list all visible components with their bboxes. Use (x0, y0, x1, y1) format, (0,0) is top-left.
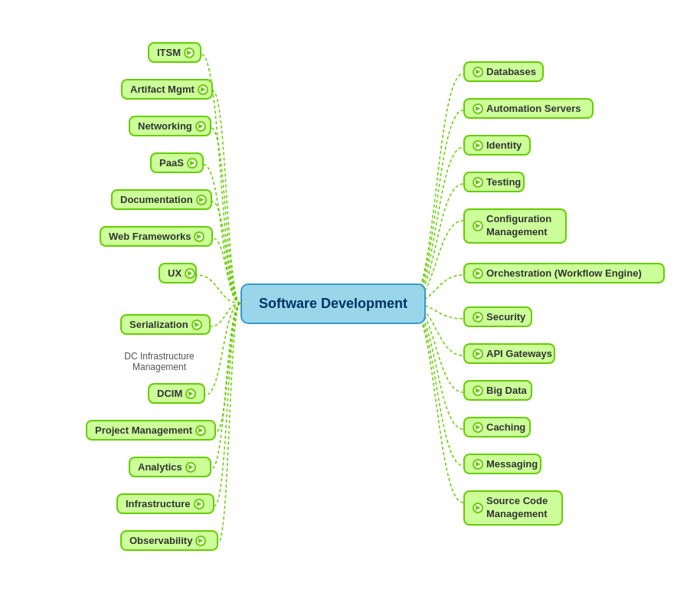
node-label-apigateways: API Gateways (486, 348, 552, 359)
expand-icon-ux[interactable]: ▶ (185, 268, 195, 279)
node-networking[interactable]: Networking▶ (129, 116, 211, 136)
node-label-identity: Identity (486, 139, 522, 151)
node-serialization[interactable]: Serialization▶ (120, 314, 211, 335)
expand-icon-testing[interactable]: ▶ (473, 177, 483, 188)
node-infrastructure[interactable]: Infrastructure▶ (116, 493, 214, 514)
node-label-dcim: DCIM (157, 388, 182, 399)
node-label-paas: PaaS (159, 157, 184, 169)
node-itsm[interactable]: ITSM▶ (148, 42, 201, 63)
node-documentation[interactable]: Documentation▶ (111, 189, 212, 210)
expand-icon-paas[interactable]: ▶ (187, 158, 198, 169)
expand-icon-projectmgmt[interactable]: ▶ (195, 425, 206, 436)
node-label-testing: Testing (486, 176, 521, 188)
node-label-artifact: Artifact Mgmt (130, 84, 195, 95)
expand-icon-networking[interactable]: ▶ (195, 121, 206, 132)
node-label-bigdata: Big Data (486, 385, 527, 396)
node-label-analytics: Analytics (138, 461, 182, 473)
node-label-sourcecode: Source Code Management (486, 495, 554, 521)
node-label-configmgmt: Configuration Management (486, 213, 558, 239)
expand-icon-webframeworks[interactable]: ▶ (194, 231, 204, 242)
node-label-databases: Databases (486, 66, 536, 77)
node-label-serialization: Serialization (129, 319, 188, 330)
node-ux[interactable]: UX▶ (159, 263, 197, 283)
expand-icon-messaging[interactable]: ▶ (473, 459, 483, 470)
expand-icon-automation[interactable]: ▶ (473, 103, 483, 114)
node-webframeworks[interactable]: Web Frameworks▶ (100, 226, 213, 247)
node-identity[interactable]: ▶Identity (463, 135, 531, 156)
node-label-projectmgmt: Project Management (95, 424, 192, 436)
expand-icon-sourcecode[interactable]: ▶ (473, 503, 483, 513)
expand-icon-infrastructure[interactable]: ▶ (194, 499, 204, 509)
expand-icon-orchestration[interactable]: ▶ (473, 268, 483, 279)
node-label-ux: UX (168, 267, 182, 279)
node-label-orchestration: Orchestration (Workflow Engine) (486, 267, 642, 279)
node-observability[interactable]: Observability▶ (120, 530, 218, 551)
expand-icon-identity[interactable]: ▶ (473, 140, 483, 151)
expand-icon-bigdata[interactable]: ▶ (473, 385, 483, 396)
node-automation[interactable]: ▶Automation Servers (463, 98, 594, 119)
node-dcim[interactable]: DCIM▶ (148, 383, 205, 404)
mindmap-container: Software DevelopmentITSM▶Artifact Mgmt▶N… (0, 0, 700, 593)
node-messaging[interactable]: ▶Messaging (463, 454, 541, 474)
node-configmgmt[interactable]: ▶Configuration Management (463, 208, 567, 244)
node-bigdata[interactable]: ▶Big Data (463, 380, 532, 401)
center-node[interactable]: Software Development (240, 283, 426, 324)
expand-icon-documentation[interactable]: ▶ (196, 195, 207, 205)
label-dcim-label: DC Infrastructure Management (113, 351, 205, 372)
expand-icon-itsm[interactable]: ▶ (184, 48, 195, 58)
node-label-messaging: Messaging (486, 458, 538, 470)
expand-icon-artifact[interactable]: ▶ (198, 84, 208, 95)
node-sourcecode[interactable]: ▶Source Code Management (463, 490, 563, 526)
node-label-itsm: ITSM (157, 47, 181, 58)
expand-icon-analytics[interactable]: ▶ (185, 462, 196, 473)
node-analytics[interactable]: Analytics▶ (129, 457, 211, 477)
node-security[interactable]: ▶Security (463, 306, 532, 327)
node-label-automation: Automation Servers (486, 103, 581, 114)
node-databases[interactable]: ▶Databases (463, 61, 544, 82)
expand-icon-configmgmt[interactable]: ▶ (473, 221, 483, 231)
node-label-documentation: Documentation (120, 194, 193, 205)
node-caching[interactable]: ▶Caching (463, 417, 531, 437)
expand-icon-databases[interactable]: ▶ (473, 67, 483, 77)
node-label-webframeworks: Web Frameworks (109, 231, 191, 242)
node-paas[interactable]: PaaS▶ (150, 152, 204, 173)
expand-icon-apigateways[interactable]: ▶ (473, 349, 483, 359)
node-label-infrastructure: Infrastructure (126, 498, 191, 509)
expand-icon-serialization[interactable]: ▶ (191, 319, 202, 330)
expand-icon-security[interactable]: ▶ (473, 312, 483, 323)
node-label-observability: Observability (129, 535, 192, 546)
expand-icon-observability[interactable]: ▶ (195, 536, 206, 546)
node-projectmgmt[interactable]: Project Management▶ (86, 420, 216, 441)
node-apigateways[interactable]: ▶API Gateways (463, 343, 555, 364)
expand-icon-caching[interactable]: ▶ (473, 422, 483, 433)
node-label-caching: Caching (486, 421, 525, 433)
node-testing[interactable]: ▶Testing (463, 172, 525, 192)
node-label-security: Security (486, 311, 525, 323)
node-label-networking: Networking (138, 120, 192, 132)
expand-icon-dcim[interactable]: ▶ (185, 388, 196, 399)
node-artifact[interactable]: Artifact Mgmt▶ (121, 79, 213, 100)
node-orchestration[interactable]: ▶Orchestration (Workflow Engine) (463, 263, 665, 283)
